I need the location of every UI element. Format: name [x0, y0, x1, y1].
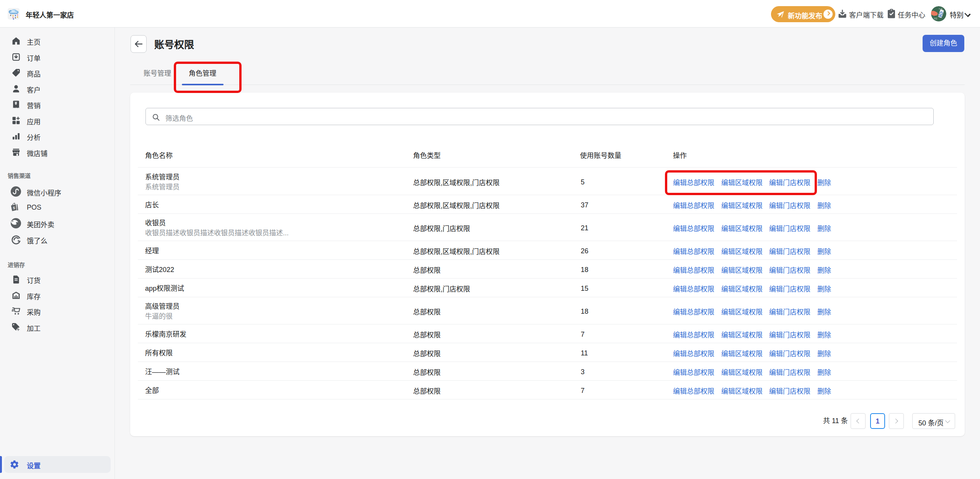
svg-text:6·18: 6·18	[939, 8, 942, 10]
svg-text:特饮: 特饮	[934, 17, 938, 20]
svg-text:S: S	[13, 206, 15, 210]
